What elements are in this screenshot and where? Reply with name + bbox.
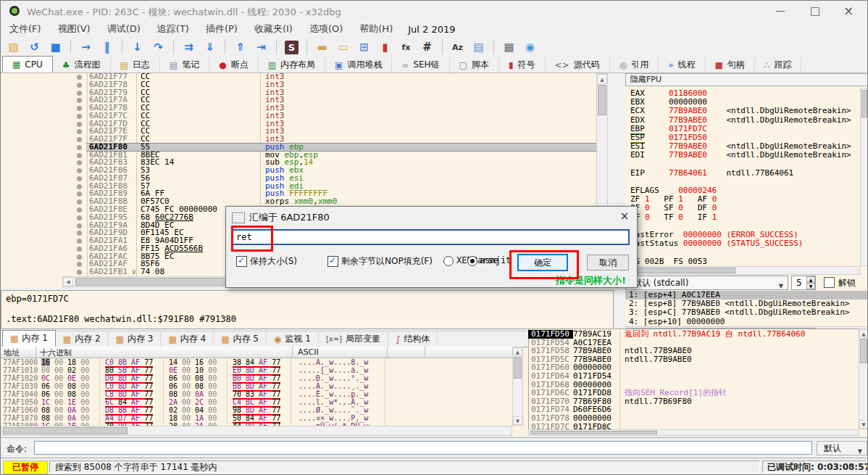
breakpoint-dot[interactable] [77,207,82,212]
scylla-icon[interactable]: S [285,41,299,54]
breakpoint-dot[interactable] [77,262,82,267]
stack-row[interactable]: 0171FD640171FD54 [528,372,859,381]
register-line[interactable]: GS 002B FS 0053 [625,257,860,266]
assemble-instruction-input[interactable] [232,229,630,245]
memory-row[interactable]: 77AF101000000200805BAF770E001000E08DAF77… [1,366,512,374]
scroll-down-icon[interactable]: ▼ [513,416,522,425]
hash-icon[interactable]: # [420,41,434,54]
functions-icon[interactable]: fx [399,41,413,54]
register-line[interactable]: EDI 77B9ABE0 <ntdll.DbgUiRemoteBreakin> [625,151,860,160]
menu-item-0[interactable]: 文件(F) [5,22,54,36]
scroll-up-icon[interactable]: ▲ [859,329,868,338]
tab-mem5[interactable]: ▦内存 5 [214,331,267,347]
registers-hscrollbar[interactable] [625,266,860,275]
calculator-icon[interactable]: ▦ [502,41,516,54]
memory-row[interactable]: 77AF100016001800C08BAF77140016003884AF77… [1,358,512,366]
breakpoint-dot[interactable] [77,215,82,220]
strings-icon[interactable]: Az [451,41,464,54]
tab-graph[interactable]: ♣流程图 [53,57,111,73]
bookmarks-icon[interactable]: ▮ [378,41,392,54]
scroll-thumb[interactable] [860,339,867,363]
stack-vscrollbar[interactable]: ▲ ▼ [859,329,868,429]
hide-fpu-button[interactable]: 隐藏FPU [625,73,868,86]
tab-struct[interactable]: ∫结构体 [388,331,438,347]
memory-row[interactable]: 77AF106008000A00D88BAF7702000400988DAF77… [1,406,512,414]
scroll-thumb[interactable] [627,268,735,273]
labels-icon[interactable]: ⊞ [357,41,371,54]
comments-icon[interactable]: ▭ [336,41,350,54]
memory-hscrollbar[interactable] [1,426,512,436]
breakpoint-dot[interactable] [77,106,82,111]
execute-till-return-icon[interactable]: ⇑ [233,41,247,54]
scroll-thumb[interactable] [530,431,657,434]
menu-item-1[interactable]: 视图(V) [54,22,103,36]
breakpoint-dot[interactable] [77,91,82,96]
tab-mem2[interactable]: ▦内存 2 [56,331,109,347]
run-icon[interactable]: → [79,41,93,54]
tab-log[interactable]: ▤日志 [111,57,160,73]
breakpoint-dot[interactable] [77,122,82,127]
breakpoint-dot[interactable] [77,255,82,260]
step-out-icon[interactable]: ⇓ [203,41,217,54]
spinner-down-icon[interactable]: ▼ [806,283,815,289]
attach-icon[interactable]: ⇥ [254,41,268,54]
memory-row[interactable]: 77AF10501C001E006C84AF772A002C00C48CAF77… [1,398,512,406]
tab-mem1[interactable]: ▦内存 1 [2,330,56,347]
stack-row[interactable]: 0171FD7C0171FD8C [528,423,859,429]
tab-references[interactable]: ◎引用 [610,57,659,73]
run-to-user-code-icon[interactable]: ⇉ [182,41,196,54]
tab-memory-map[interactable]: ▥内存布局 [259,57,325,73]
scroll-thumb[interactable] [75,278,231,286]
register-line[interactable]: CF 0 TF 0 IF 1 [625,213,860,222]
scroll-up-icon[interactable]: ▲ [597,74,607,84]
tab-notes[interactable]: ▤笔记 [160,57,209,73]
tab-threads[interactable]: »线程 [659,57,705,73]
argument-row[interactable]: 3: [esp+C] 77B9ABE0 <ntdll.DbgUiRemoteBr… [625,308,868,317]
breakpoint-dot[interactable] [77,239,82,244]
scroll-thumb[interactable] [514,357,522,379]
fill-nop-checkbox[interactable] [327,256,338,267]
memory-row[interactable]: 77AF10200C000E00D08DAF7706000800B08DAF77… [1,374,512,382]
breakpoint-dot[interactable] [77,160,82,165]
breakpoint-dot[interactable] [77,153,82,158]
tab-seh[interactable]: ∞SEH链 [392,57,449,73]
tab-trace[interactable]: ∴跟踪 [755,57,802,73]
registers-vscrollbar[interactable] [860,88,868,266]
close-button[interactable] [837,4,860,18]
breakpoint-dot[interactable] [77,83,82,88]
scroll-up-icon[interactable]: ▲ [513,347,522,356]
memory-row[interactable]: 77AF104006000800C88DAF7708000A007083AF77… [1,390,512,398]
stack-hscrollbar[interactable] [528,429,859,436]
tab-script[interactable]: □脚本 [450,57,499,73]
memory-row[interactable]: 77AF103006000800C08DAF7706000800B88DAF77… [1,382,512,390]
stack-row[interactable]: 0171FD5077B9AC19返回到 ntdll.77B9AC19 自 ntd… [528,330,859,339]
command-input[interactable] [34,441,812,455]
menu-item-5[interactable]: 收藏夹(I) [250,22,305,36]
step-into-icon[interactable]: ↓ [130,41,144,54]
breakpoint-dot[interactable] [77,191,82,197]
scroll-thumb[interactable] [861,90,867,117]
tab-call-stack[interactable]: ▣调用堆栈 [325,57,392,73]
breakpoint-dot[interactable] [77,199,82,205]
breakpoint-dot[interactable] [77,176,82,181]
tab-breakpoints[interactable]: ●断点 [209,57,258,73]
breakpoint-dot[interactable] [77,247,82,252]
argument-row[interactable]: 4: [esp+10] 00000000 [625,318,868,326]
menu-item-2[interactable]: 调试(D) [103,22,153,36]
breakpoint-dot[interactable] [77,137,82,142]
menu-item-3[interactable]: 追踪(T) [153,22,201,36]
maximize-button[interactable] [804,4,827,18]
memory-row[interactable]: 77AF107008000A00A4D7AF7718001A005084AF77… [1,414,512,422]
scroll-left-icon[interactable]: ◀ [63,277,73,286]
tab-mem3[interactable]: ▦内存 3 [109,331,162,347]
minimize-button[interactable] [769,4,792,18]
pause-icon[interactable]: ‖ [100,41,114,54]
tab-locals[interactable]: [x=]局部变量 [319,331,388,347]
register-line[interactable]: EIP 77B64061 ntdll.77B64061 [625,169,860,178]
register-line[interactable]: LastStatus 00000000 (STATUS_SUCCESS) [625,239,860,248]
tab-symbols[interactable]: ▮符号 [499,57,546,73]
tab-source[interactable]: <>源代码 [546,57,610,73]
dialog-close-icon[interactable] [617,210,633,223]
tab-handles[interactable]: ■句柄 [706,57,755,73]
breakpoint-dot[interactable] [77,75,82,80]
